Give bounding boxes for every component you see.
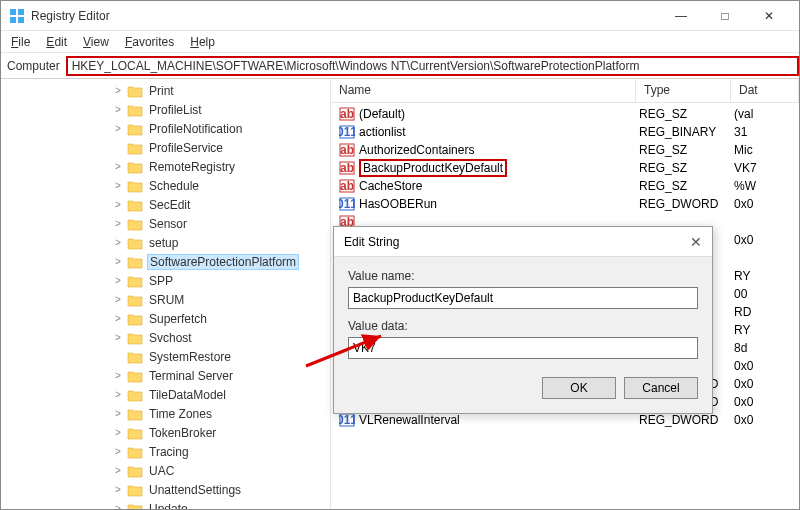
- tree-item[interactable]: >Terminal Server: [1, 366, 330, 385]
- svg-text:ab: ab: [340, 161, 354, 175]
- folder-icon: [127, 217, 143, 231]
- tree-item[interactable]: ProfileService: [1, 138, 330, 157]
- tree-item[interactable]: >setup: [1, 233, 330, 252]
- folder-icon: [127, 141, 143, 155]
- expand-icon[interactable]: >: [111, 274, 125, 288]
- expand-icon[interactable]: >: [111, 426, 125, 440]
- expand-icon[interactable]: >: [111, 198, 125, 212]
- tree-item[interactable]: >UAC: [1, 461, 330, 480]
- tree-item[interactable]: >Print: [1, 81, 330, 100]
- menu-file[interactable]: File: [11, 35, 30, 49]
- expand-icon[interactable]: >: [111, 122, 125, 136]
- ok-button[interactable]: OK: [542, 377, 616, 399]
- value-name: VLRenewalInterval: [359, 413, 639, 427]
- value-data-input[interactable]: [348, 337, 698, 359]
- value-name: AuthorizedContainers: [359, 143, 639, 157]
- column-type[interactable]: Type: [636, 79, 731, 102]
- folder-icon: [127, 331, 143, 345]
- expand-icon[interactable]: >: [111, 217, 125, 231]
- expand-icon[interactable]: >: [111, 293, 125, 307]
- tree-item[interactable]: >Svchost: [1, 328, 330, 347]
- column-name[interactable]: Name: [331, 79, 636, 102]
- menu-help[interactable]: Help: [190, 35, 215, 49]
- folder-icon: [127, 350, 143, 364]
- tree-item[interactable]: >RemoteRegistry: [1, 157, 330, 176]
- expand-icon[interactable]: [111, 141, 125, 155]
- tree-item[interactable]: >Schedule: [1, 176, 330, 195]
- tree-panel[interactable]: >Print>ProfileList>ProfileNotification P…: [1, 79, 331, 510]
- folder-icon: [127, 407, 143, 421]
- tree-item-label: Superfetch: [147, 312, 209, 326]
- folder-icon: [127, 388, 143, 402]
- tree-item-label: UAC: [147, 464, 176, 478]
- tree-item-label: Schedule: [147, 179, 201, 193]
- expand-icon[interactable]: >: [111, 483, 125, 497]
- value-type: REG_DWORD: [639, 413, 734, 427]
- titlebar: Registry Editor — □ ✕: [1, 1, 799, 31]
- maximize-button[interactable]: □: [703, 2, 747, 30]
- column-headers: Name Type Dat: [331, 79, 799, 103]
- expand-icon[interactable]: >: [111, 84, 125, 98]
- tree-item[interactable]: >UnattendSettings: [1, 480, 330, 499]
- expand-icon[interactable]: >: [111, 464, 125, 478]
- menu-favorites[interactable]: Favorites: [125, 35, 174, 49]
- tree-item[interactable]: >ProfileNotification: [1, 119, 330, 138]
- expand-icon[interactable]: [111, 350, 125, 364]
- value-row[interactable]: 011HasOOBERunREG_DWORD0x0: [331, 195, 799, 213]
- value-row[interactable]: abAuthorizedContainersREG_SZMic: [331, 141, 799, 159]
- tree-item-label: Tracing: [147, 445, 191, 459]
- tree-item[interactable]: >SoftwareProtectionPlatform: [1, 252, 330, 271]
- svg-text:011: 011: [339, 413, 355, 427]
- value-data: Mic: [734, 143, 799, 157]
- expand-icon[interactable]: >: [111, 407, 125, 421]
- expand-icon[interactable]: >: [111, 103, 125, 117]
- menu-view[interactable]: View: [83, 35, 109, 49]
- value-name-input[interactable]: [348, 287, 698, 309]
- expand-icon[interactable]: >: [111, 179, 125, 193]
- tree-item-label: setup: [147, 236, 180, 250]
- value-row[interactable]: abBackupProductKeyDefaultREG_SZVK7: [331, 159, 799, 177]
- expand-icon[interactable]: >: [111, 255, 125, 269]
- dialog-title: Edit String: [344, 235, 672, 249]
- tree-item-label: Svchost: [147, 331, 194, 345]
- tree-item[interactable]: >SPP: [1, 271, 330, 290]
- expand-icon[interactable]: >: [111, 312, 125, 326]
- tree-item[interactable]: >Time Zones: [1, 404, 330, 423]
- value-row[interactable]: 011actionlistREG_BINARY31: [331, 123, 799, 141]
- value-data: 8d: [734, 341, 799, 355]
- minimize-button[interactable]: —: [659, 2, 703, 30]
- tree-item[interactable]: >Superfetch: [1, 309, 330, 328]
- value-row[interactable]: ab(Default)REG_SZ(val: [331, 105, 799, 123]
- tree-item[interactable]: >Update: [1, 499, 330, 510]
- value-type: REG_SZ: [639, 143, 734, 157]
- cancel-button[interactable]: Cancel: [624, 377, 698, 399]
- column-data[interactable]: Dat: [731, 79, 799, 102]
- dialog-titlebar[interactable]: Edit String ✕: [334, 227, 712, 257]
- tree-item[interactable]: SystemRestore: [1, 347, 330, 366]
- menu-edit[interactable]: Edit: [46, 35, 67, 49]
- tree-item[interactable]: >SRUM: [1, 290, 330, 309]
- expand-icon[interactable]: >: [111, 502, 125, 511]
- expand-icon[interactable]: >: [111, 236, 125, 250]
- tree-item[interactable]: >TileDataModel: [1, 385, 330, 404]
- tree-item[interactable]: >Tracing: [1, 442, 330, 461]
- tree-item[interactable]: >SecEdit: [1, 195, 330, 214]
- tree-item[interactable]: >Sensor: [1, 214, 330, 233]
- address-label: Computer: [1, 59, 66, 73]
- tree-item[interactable]: >TokenBroker: [1, 423, 330, 442]
- address-path[interactable]: HKEY_LOCAL_MACHINE\SOFTWARE\Microsoft\Wi…: [66, 56, 799, 76]
- expand-icon[interactable]: >: [111, 369, 125, 383]
- dialog-close-icon[interactable]: ✕: [672, 234, 702, 250]
- expand-icon[interactable]: >: [111, 445, 125, 459]
- expand-icon[interactable]: >: [111, 160, 125, 174]
- value-row[interactable]: abCacheStoreREG_SZ%W: [331, 177, 799, 195]
- svg-text:011: 011: [339, 197, 355, 211]
- expand-icon[interactable]: >: [111, 331, 125, 345]
- tree-item-label: RemoteRegistry: [147, 160, 237, 174]
- close-button[interactable]: ✕: [747, 2, 791, 30]
- value-data: RD: [734, 305, 799, 319]
- window-title: Registry Editor: [31, 9, 659, 23]
- value-type: REG_SZ: [639, 107, 734, 121]
- tree-item[interactable]: >ProfileList: [1, 100, 330, 119]
- expand-icon[interactable]: >: [111, 388, 125, 402]
